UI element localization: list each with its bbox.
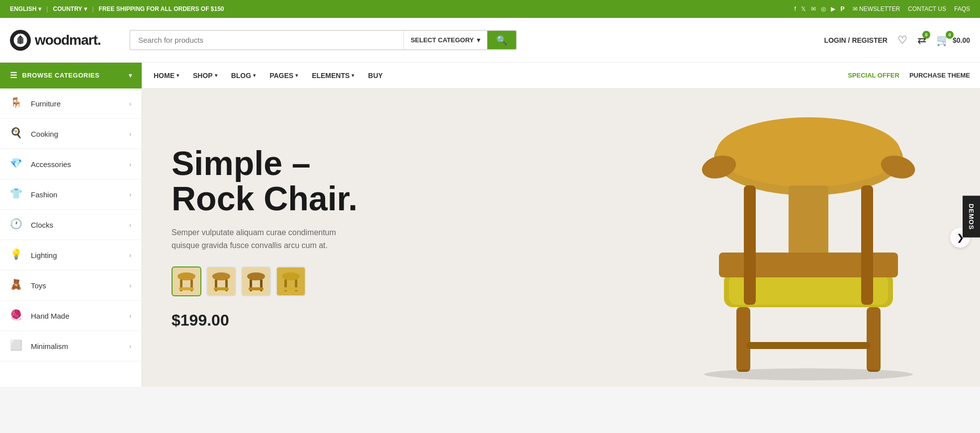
purchase-theme-link[interactable]: PURCHASE THEME <box>909 72 970 79</box>
variant-2[interactable] <box>206 266 236 296</box>
blog-caret-icon: ▾ <box>253 63 256 88</box>
sidebar-item-cooking[interactable]: 🍳 Cooking › <box>0 119 141 149</box>
svg-rect-12 <box>249 287 264 290</box>
lighting-arrow-icon: › <box>129 252 131 259</box>
search-button[interactable]: 🔍 <box>487 31 516 49</box>
toys-icon: 🧸 <box>10 278 24 292</box>
sidebar-item-accessories[interactable]: 💎 Accessories › <box>0 149 141 179</box>
search-input[interactable] <box>130 31 403 49</box>
variant-3[interactable] <box>241 266 271 296</box>
category-select[interactable]: SELECT CATEGORY ▾ <box>403 31 487 49</box>
svg-rect-27 <box>744 185 756 305</box>
facebook-icon[interactable]: f <box>794 5 796 12</box>
wishlist-button[interactable]: ♡ <box>897 34 907 47</box>
newsletter-link[interactable]: ✉ NEWSLETTER <box>853 5 900 12</box>
twitter-icon[interactable]: 𝕏 <box>801 5 806 12</box>
accessories-icon: 💎 <box>10 157 24 171</box>
cart-total: $0.00 <box>953 36 970 44</box>
nav-buy[interactable]: BUY <box>361 63 390 88</box>
sidebar-item-handmade[interactable]: 🧶 Hand Made › <box>0 301 141 331</box>
instagram-icon[interactable]: ◎ <box>821 5 826 12</box>
sidebar: 🪑 Furniture › 🍳 Cooking › 💎 Accessories … <box>0 88 142 387</box>
svg-rect-25 <box>736 307 750 372</box>
faqs-link[interactable]: FAQS <box>954 5 970 12</box>
search-icon: 🔍 <box>496 35 507 45</box>
login-register-link[interactable]: LOGIN / REGISTER <box>824 36 888 44</box>
special-offer-link[interactable]: SPECIAL OFFER <box>848 72 899 79</box>
logo-icon <box>10 30 31 51</box>
accessories-arrow-icon: › <box>129 161 131 168</box>
email-icon[interactable]: ✉ <box>811 5 816 12</box>
browse-categories-button[interactable]: ☰ BROWSE CATEGORIES ▾ <box>0 63 142 88</box>
header-actions: LOGIN / REGISTER ♡ ⇄ 0 🛒 0 $0.00 <box>824 34 970 47</box>
hero-title: Simple – Rock Chair. <box>172 146 360 217</box>
hero-image <box>622 88 980 387</box>
top-nav-links: ✉ NEWSLETTER CONTACT US FAQS <box>853 5 970 12</box>
svg-point-9 <box>247 272 265 280</box>
variant-4[interactable] <box>276 266 306 296</box>
svg-rect-29 <box>746 342 871 349</box>
chevron-down-icon: ▾ <box>477 36 480 44</box>
envelope-icon: ✉ <box>853 5 859 12</box>
nav-home[interactable]: HOME ▾ <box>147 63 186 88</box>
handmade-icon: 🧶 <box>10 309 24 323</box>
navbar: ☰ BROWSE CATEGORIES ▾ HOME ▾ SHOP ▾ BLOG… <box>0 63 980 88</box>
svg-rect-26 <box>867 307 881 372</box>
nav-pages[interactable]: PAGES ▾ <box>263 63 305 88</box>
nav-elements[interactable]: ELEMENTS ▾ <box>305 63 361 88</box>
cooking-icon: 🍳 <box>10 127 24 141</box>
language-selector[interactable]: ENGLISH ▾ <box>10 5 41 12</box>
minimalism-icon: ⬜ <box>10 339 24 353</box>
variant-1[interactable] <box>172 266 201 296</box>
nav-blog[interactable]: BLOG ▾ <box>224 63 263 88</box>
svg-rect-16 <box>283 287 298 290</box>
svg-rect-8 <box>214 287 229 290</box>
header: woodmart. SELECT CATEGORY ▾ 🔍 LOGIN / RE… <box>0 18 980 63</box>
main-container: 🪑 Furniture › 🍳 Cooking › 💎 Accessories … <box>0 88 980 387</box>
cooking-arrow-icon: › <box>129 130 131 138</box>
main-nav: HOME ▾ SHOP ▾ BLOG ▾ PAGES ▾ ELEMENTS ▾ … <box>142 63 395 88</box>
shop-caret-icon: ▾ <box>215 63 217 88</box>
search-bar: SELECT CATEGORY ▾ 🔍 <box>129 30 517 50</box>
top-bar: ENGLISH ▾ | COUNTRY ▾ | FREE SHIPPING FO… <box>0 0 980 18</box>
handmade-arrow-icon: › <box>129 312 131 320</box>
compare-badge: 0 <box>922 31 930 39</box>
furniture-icon: 🪑 <box>10 96 24 110</box>
fashion-icon: 👕 <box>10 187 24 201</box>
nav-shop[interactable]: SHOP ▾ <box>186 63 224 88</box>
cart-button[interactable]: 🛒 0 $0.00 <box>936 34 970 47</box>
social-icons: f 𝕏 ✉ ◎ ▶ 𝗣 <box>794 5 844 12</box>
hero-section: Simple – Rock Chair. Semper vulputate al… <box>142 88 980 387</box>
sidebar-item-minimalism[interactable]: ⬜ Minimalism › <box>0 331 141 361</box>
hero-price: $199.00 <box>172 311 360 330</box>
hero-variants <box>172 266 360 296</box>
furniture-arrow-icon: › <box>129 100 131 107</box>
fashion-arrow-icon: › <box>129 191 131 198</box>
contact-link[interactable]: CONTACT US <box>908 5 946 12</box>
svg-rect-21 <box>789 185 828 255</box>
sidebar-item-fashion[interactable]: 👕 Fashion › <box>0 179 141 210</box>
sidebar-item-furniture[interactable]: 🪑 Furniture › <box>0 88 141 119</box>
nav-right: SPECIAL OFFER PURCHASE THEME <box>848 72 980 79</box>
svg-point-5 <box>212 272 230 280</box>
pinterest-icon[interactable]: 𝗣 <box>840 5 845 12</box>
cart-badge: 0 <box>946 31 954 39</box>
logo[interactable]: woodmart. <box>10 30 119 51</box>
pages-caret-icon: ▾ <box>295 63 298 88</box>
compare-button[interactable]: ⇄ 0 <box>917 34 926 47</box>
home-caret-icon: ▾ <box>177 63 179 88</box>
svg-point-13 <box>282 272 300 280</box>
sidebar-item-toys[interactable]: 🧸 Toys › <box>0 270 141 301</box>
sidebar-item-lighting[interactable]: 💡 Lighting › <box>0 240 141 270</box>
svg-point-1 <box>178 272 195 280</box>
youtube-icon[interactable]: ▶ <box>831 5 835 12</box>
shipping-promo: FREE SHIPPING FOR ALL ORDERS OF $150 <box>98 5 224 12</box>
svg-point-18 <box>716 117 900 187</box>
svg-rect-28 <box>861 185 873 305</box>
browse-arrow-icon: ▾ <box>129 72 132 79</box>
sidebar-item-clocks[interactable]: 🕐 Clocks › <box>0 210 141 240</box>
country-selector[interactable]: COUNTRY ▾ <box>53 5 87 12</box>
clocks-arrow-icon: › <box>129 221 131 229</box>
clocks-icon: 🕐 <box>10 218 24 232</box>
demos-button[interactable]: DEMOS <box>963 195 980 238</box>
